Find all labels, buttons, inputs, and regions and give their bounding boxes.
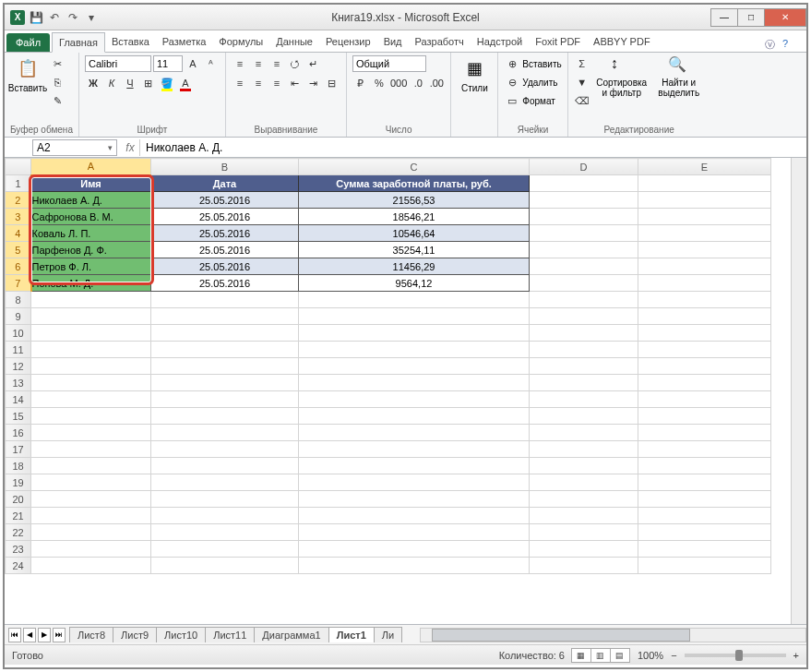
cell[interactable] (299, 441, 530, 458)
cell[interactable] (151, 491, 299, 508)
col-header[interactable]: E (638, 159, 771, 175)
paste-button[interactable]: 📋 Вставить (10, 55, 45, 93)
cell[interactable] (31, 524, 151, 541)
row-header[interactable]: 10 (6, 325, 31, 342)
sheet-tab[interactable]: Ли (374, 627, 402, 642)
cell[interactable] (299, 408, 530, 425)
cell[interactable] (299, 558, 530, 574)
cell[interactable] (638, 541, 771, 558)
row-header[interactable]: 4 (6, 225, 31, 242)
cell[interactable] (151, 292, 299, 308)
fill-color-icon[interactable]: 🪣 (159, 75, 175, 91)
cell[interactable] (299, 375, 530, 391)
cell[interactable] (151, 391, 299, 408)
wrap-icon[interactable]: ↵ (305, 55, 322, 72)
cell[interactable] (151, 508, 299, 524)
cell[interactable]: 21556,53 (299, 192, 530, 209)
cell[interactable] (638, 441, 771, 458)
cell[interactable] (638, 524, 771, 541)
cell[interactable] (530, 308, 638, 325)
cell[interactable] (31, 558, 151, 574)
col-header[interactable]: B (151, 159, 299, 175)
italic-button[interactable]: К (103, 75, 120, 91)
sheet-tab[interactable]: Лист8 (69, 627, 113, 642)
cell[interactable] (31, 408, 151, 425)
sheet-tab[interactable]: Лист1 (328, 627, 375, 642)
cell[interactable] (530, 458, 638, 474)
zoom-slider[interactable] (685, 654, 786, 657)
row-header[interactable]: 16 (6, 425, 31, 441)
cell[interactable]: Парфенов Д. Ф. (31, 242, 151, 258)
cell[interactable] (638, 325, 771, 342)
cell[interactable] (151, 408, 299, 425)
cell[interactable] (31, 308, 151, 325)
format-painter-icon[interactable]: ✎ (49, 92, 66, 109)
align-top-icon[interactable]: ≡ (232, 55, 248, 72)
cell[interactable] (638, 391, 771, 408)
ribbon-tab-7[interactable]: Разработч (409, 32, 471, 52)
font-color-icon[interactable]: A (177, 75, 194, 91)
cell[interactable] (530, 325, 638, 342)
ribbon-tab-10[interactable]: ABBYY PDF (587, 32, 657, 52)
cell[interactable]: 25.05.2016 (151, 209, 299, 225)
cell[interactable] (299, 391, 530, 408)
font-name-combo[interactable]: Calibri (85, 55, 151, 72)
sheet-nav-last-icon[interactable]: ⏭ (53, 628, 66, 642)
fx-icon[interactable]: fx (121, 141, 139, 154)
ribbon-minimize-icon[interactable]: ⓥ (765, 38, 775, 52)
cell[interactable] (299, 474, 530, 491)
cell[interactable] (151, 441, 299, 458)
cell[interactable] (299, 342, 530, 358)
cell[interactable] (299, 508, 530, 524)
inc-decimal-icon[interactable]: .0 (410, 75, 426, 91)
cell[interactable] (638, 558, 771, 574)
cell[interactable] (151, 375, 299, 391)
horizontal-scrollbar[interactable] (420, 628, 806, 642)
ribbon-tab-9[interactable]: Foxit PDF (529, 32, 587, 52)
ribbon-tab-4[interactable]: Данные (269, 32, 319, 52)
row-header[interactable]: 11 (6, 342, 31, 358)
cell[interactable] (530, 491, 638, 508)
align-right-icon[interactable]: ≡ (268, 75, 285, 91)
insert-icon[interactable]: ⊕ (504, 55, 520, 72)
minimize-button[interactable]: — (710, 8, 738, 27)
row-header[interactable]: 19 (6, 474, 31, 491)
cell[interactable] (31, 375, 151, 391)
shrink-font-icon[interactable]: ᴬ (203, 55, 220, 72)
view-break-icon[interactable]: ▤ (610, 648, 630, 663)
find-select-button[interactable]: 🔍 Найти и выделить (653, 55, 705, 98)
cell[interactable] (638, 474, 771, 491)
cell[interactable]: 10546,64 (299, 225, 530, 242)
ribbon-tab-3[interactable]: Формулы (212, 32, 269, 52)
col-header[interactable]: D (530, 159, 638, 175)
col-header[interactable]: C (299, 159, 530, 175)
ribbon-tab-1[interactable]: Вставка (105, 32, 156, 52)
cell[interactable] (31, 491, 151, 508)
cell[interactable] (638, 491, 771, 508)
styles-button[interactable]: ▦ Стили (457, 55, 492, 93)
cell[interactable] (299, 325, 530, 342)
cell[interactable] (530, 524, 638, 541)
sheet-tab[interactable]: Лист9 (113, 627, 157, 642)
sheet-nav-prev-icon[interactable]: ◀ (23, 628, 36, 642)
save-icon[interactable]: 💾 (29, 10, 43, 25)
ribbon-tab-0[interactable]: Главная (52, 32, 105, 53)
cell[interactable] (638, 458, 771, 474)
row-header[interactable]: 7 (6, 275, 31, 292)
cell[interactable] (530, 292, 638, 308)
row-header[interactable]: 18 (6, 458, 31, 474)
ribbon-tab-5[interactable]: Рецензир (319, 32, 377, 52)
number-format-combo[interactable]: Общий (352, 55, 426, 72)
redo-icon[interactable]: ↷ (66, 10, 80, 25)
cell[interactable] (530, 391, 638, 408)
row-header[interactable]: 12 (6, 358, 31, 375)
row-header[interactable]: 17 (6, 441, 31, 458)
border-icon[interactable]: ⊞ (140, 75, 157, 91)
cell[interactable] (299, 491, 530, 508)
cell[interactable] (638, 508, 771, 524)
cell[interactable]: 25.05.2016 (151, 258, 299, 275)
row-header[interactable]: 20 (6, 491, 31, 508)
sheet-tab[interactable]: Лист11 (205, 627, 255, 642)
cell[interactable]: Попова М. Д. (31, 275, 151, 292)
cell[interactable] (151, 541, 299, 558)
